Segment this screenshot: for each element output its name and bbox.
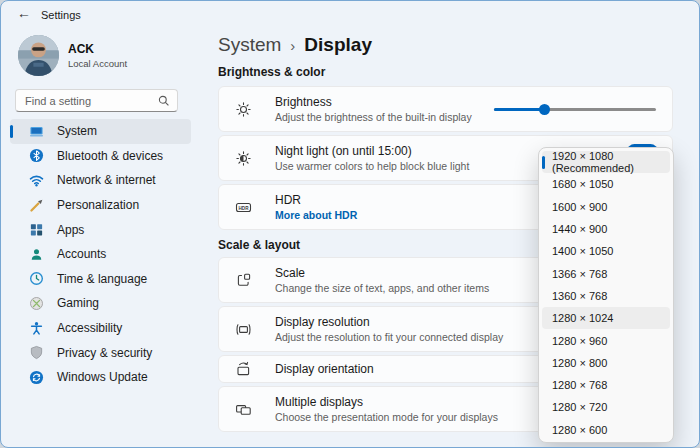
settings-window: ← Settings ACK Local Account bbox=[0, 0, 700, 448]
sidebar-item-label: Apps bbox=[57, 223, 84, 237]
resolution-option[interactable]: 1280 × 720 bbox=[542, 396, 670, 418]
brightness-sun-icon bbox=[235, 101, 252, 118]
network-icon bbox=[29, 173, 44, 188]
night-light-icon bbox=[235, 150, 252, 167]
page-title: Display bbox=[304, 34, 372, 56]
resolution-option[interactable]: 1366 × 768 bbox=[542, 262, 670, 284]
breadcrumb: System › Display bbox=[218, 34, 372, 56]
sidebar-item-accounts[interactable]: Accounts bbox=[10, 242, 191, 267]
sidebar-item-personalization[interactable]: Personalization bbox=[10, 193, 191, 218]
window-title: Settings bbox=[41, 9, 81, 21]
scale-subtitle: Change the size of text, apps, and other… bbox=[275, 282, 489, 294]
hdr-more-link[interactable]: More about HDR bbox=[275, 209, 357, 221]
accounts-icon bbox=[29, 247, 44, 262]
sidebar-item-apps[interactable]: Apps bbox=[10, 217, 191, 242]
user-name: ACK bbox=[68, 42, 94, 56]
multiple-displays-icon bbox=[235, 401, 252, 418]
section-brightness-color: Brightness & color bbox=[218, 65, 325, 79]
display-orientation-title: Display orientation bbox=[275, 362, 374, 376]
system-icon bbox=[29, 124, 44, 139]
display-resolution-subtitle: Adjust the resolution to fit your connec… bbox=[275, 331, 503, 343]
sidebar-item-label: Windows Update bbox=[57, 370, 148, 384]
sidebar-item-label: Accounts bbox=[57, 247, 106, 261]
hdr-badge-icon: HDR bbox=[235, 199, 252, 216]
section-scale-layout: Scale & layout bbox=[218, 238, 300, 252]
resolution-dropdown: 1920 × 1080 (Recommended) 1680 × 1050 16… bbox=[538, 147, 674, 443]
resolution-option[interactable]: 1920 × 1080 (Recommended) bbox=[542, 151, 670, 173]
sidebar-item-label: Personalization bbox=[57, 198, 139, 212]
resolution-option[interactable]: 1360 × 768 bbox=[542, 285, 670, 307]
display-resolution-title: Display resolution bbox=[275, 315, 503, 329]
sidebar-item-privacy-security[interactable]: Privacy & security bbox=[10, 340, 191, 365]
resolution-option[interactable]: 1680 × 1050 bbox=[542, 173, 670, 195]
brightness-slider-fill bbox=[494, 108, 544, 111]
multiple-displays-subtitle: Choose the presentation mode for your di… bbox=[275, 411, 498, 423]
search-box[interactable] bbox=[15, 89, 178, 112]
brightness-row: Brightness Adjust the brightness of the … bbox=[218, 86, 673, 132]
search-input[interactable] bbox=[23, 91, 153, 110]
resolution-option[interactable]: 1280 × 768 bbox=[542, 374, 670, 396]
brightness-slider[interactable] bbox=[494, 103, 656, 116]
bluetooth-icon bbox=[29, 148, 44, 163]
brightness-slider-thumb[interactable] bbox=[539, 104, 550, 115]
search-icon bbox=[158, 95, 170, 107]
resolution-option[interactable]: 1280 × 960 bbox=[542, 329, 670, 351]
resolution-option[interactable]: 1600 × 900 bbox=[542, 196, 670, 218]
avatar[interactable] bbox=[18, 35, 59, 76]
sidebar-nav: System Bluetooth & devices Network & int… bbox=[10, 119, 191, 390]
sidebar-item-label: Privacy & security bbox=[57, 346, 152, 360]
sidebar-item-system[interactable]: System bbox=[10, 119, 191, 144]
svg-text:HDR: HDR bbox=[239, 205, 250, 210]
sidebar-item-bluetooth-devices[interactable]: Bluetooth & devices bbox=[10, 144, 191, 169]
scale-icon bbox=[235, 272, 252, 289]
breadcrumb-separator-icon: › bbox=[290, 37, 295, 54]
scale-title: Scale bbox=[275, 266, 489, 280]
sidebar-item-gaming[interactable]: Gaming bbox=[10, 291, 191, 316]
accessibility-icon bbox=[29, 321, 44, 336]
sidebar-item-time-language[interactable]: Time & language bbox=[10, 267, 191, 292]
personalization-icon bbox=[29, 198, 44, 213]
hdr-title: HDR bbox=[275, 193, 357, 207]
resolution-option[interactable]: 1400 × 1050 bbox=[542, 240, 670, 262]
night-light-title: Night light (on until 15:00) bbox=[275, 144, 469, 158]
sidebar-item-label: System bbox=[57, 124, 97, 138]
back-button[interactable]: ← bbox=[17, 5, 31, 21]
gaming-icon bbox=[29, 296, 44, 311]
multiple-displays-title: Multiple displays bbox=[275, 395, 498, 409]
sidebar-item-label: Accessibility bbox=[57, 321, 122, 335]
sidebar-item-label: Network & internet bbox=[57, 173, 156, 187]
avatar-photo bbox=[18, 35, 59, 76]
resolution-option[interactable]: 1280 × 800 bbox=[542, 352, 670, 374]
sidebar-item-label: Time & language bbox=[57, 272, 147, 286]
sidebar-item-label: Gaming bbox=[57, 296, 99, 310]
brightness-subtitle: Adjust the brightness of the built-in di… bbox=[275, 111, 472, 123]
resolution-option[interactable]: 1280 × 600 bbox=[542, 419, 670, 441]
display-orientation-icon bbox=[235, 361, 252, 378]
sidebar-item-label: Bluetooth & devices bbox=[57, 149, 163, 163]
windows-update-icon bbox=[29, 370, 44, 385]
brightness-title: Brightness bbox=[275, 95, 472, 109]
breadcrumb-system[interactable]: System bbox=[218, 34, 281, 56]
sidebar-item-accessibility[interactable]: Accessibility bbox=[10, 316, 191, 341]
privacy-shield-icon bbox=[29, 345, 44, 360]
user-account-type: Local Account bbox=[68, 58, 127, 69]
night-light-subtitle: Use warmer colors to help block blue lig… bbox=[275, 160, 469, 172]
sidebar-item-windows-update[interactable]: Windows Update bbox=[10, 365, 191, 390]
display-resolution-icon bbox=[235, 321, 252, 338]
apps-icon bbox=[29, 222, 44, 237]
resolution-option[interactable]: 1280 × 1024 bbox=[542, 307, 670, 329]
time-language-icon bbox=[29, 271, 44, 286]
sidebar-item-network-internet[interactable]: Network & internet bbox=[10, 168, 191, 193]
resolution-option[interactable]: 1440 × 900 bbox=[542, 218, 670, 240]
